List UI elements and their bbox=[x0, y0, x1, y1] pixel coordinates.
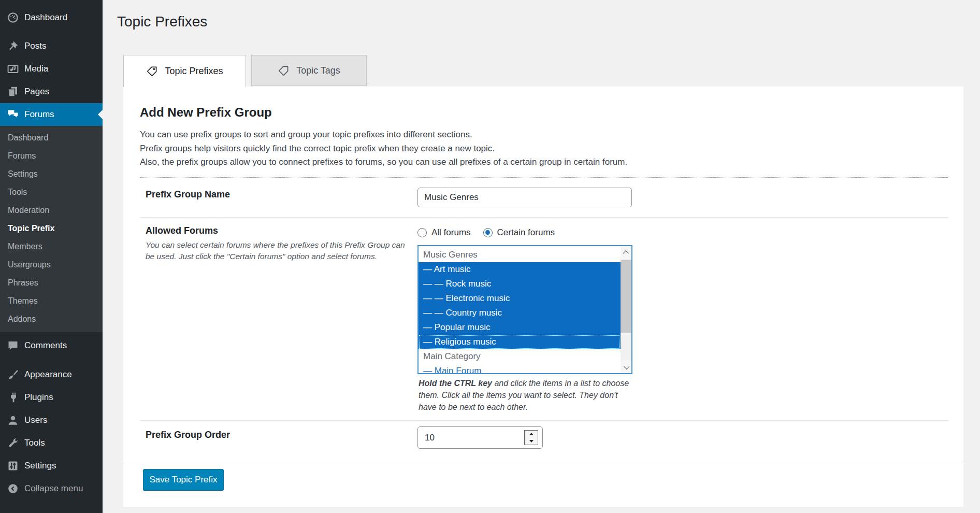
sidebar-item-label: Tools bbox=[24, 438, 45, 448]
sidebar-item-label: Comments bbox=[24, 340, 67, 351]
sidebar-subitem-dashboard[interactable]: Dashboard bbox=[0, 129, 103, 147]
chevron-up-icon bbox=[623, 250, 628, 256]
spinner-down-button[interactable] bbox=[525, 438, 538, 445]
scroll-up-button[interactable] bbox=[621, 246, 631, 259]
collapse-arrow-icon bbox=[7, 482, 19, 495]
dashboard-icon bbox=[7, 11, 19, 24]
radio-certain-forums[interactable]: Certain forums bbox=[483, 227, 555, 238]
sidebar-item-label: Appearance bbox=[24, 369, 72, 380]
sidebar-item-plugins[interactable]: Plugins bbox=[0, 386, 103, 409]
triangle-up-icon bbox=[529, 433, 534, 435]
dotted-separator bbox=[140, 177, 948, 178]
intro-text: You can use prefix groups to sort and gr… bbox=[140, 128, 627, 169]
allowed-forums-radios: All forums Certain forums bbox=[417, 227, 555, 238]
sidebar-item-collapse-menu[interactable]: Collapse menu bbox=[0, 477, 103, 500]
sidebar-subitem-addons[interactable]: Addons bbox=[0, 310, 103, 328]
spinner-up-button[interactable] bbox=[525, 431, 538, 438]
brush-icon bbox=[7, 368, 19, 381]
list-option[interactable]: — — Rock music bbox=[419, 277, 621, 291]
sidebar-item-label: Dashboard bbox=[24, 12, 67, 23]
menu-separator bbox=[0, 357, 103, 363]
media-icon bbox=[7, 63, 19, 75]
sidebar-item-forums[interactable]: Forums bbox=[0, 103, 103, 126]
sidebar-subitem-settings[interactable]: Settings bbox=[0, 165, 103, 183]
sidebar-item-label: Media bbox=[24, 64, 48, 74]
save-button-label: Save Topic Prefix bbox=[149, 475, 217, 485]
scrollbar-thumb[interactable] bbox=[621, 260, 631, 333]
ctrl-key-help: Hold the CTRL key and click the items in… bbox=[419, 377, 632, 413]
sidebar-item-settings[interactable]: Settings bbox=[0, 454, 103, 477]
sidebar-item-comments[interactable]: Comments bbox=[0, 334, 103, 357]
prefix-group-name-input[interactable] bbox=[417, 188, 632, 207]
sidebar-item-label: Plugins bbox=[24, 392, 53, 403]
sidebar-subitem-tools[interactable]: Tools bbox=[0, 183, 103, 201]
list-option[interactable]: — — Country music bbox=[419, 306, 621, 320]
pages-icon bbox=[7, 86, 19, 98]
row-separator bbox=[140, 217, 948, 218]
sidebar-item-label: Users bbox=[24, 415, 47, 425]
sidebar-item-label: Settings bbox=[24, 461, 56, 471]
radio-label: Certain forums bbox=[497, 227, 555, 238]
intro-line: Also, the prefix groups allow you to con… bbox=[140, 155, 627, 169]
tab-label: Topic Tags bbox=[296, 65, 340, 76]
plug-icon bbox=[7, 391, 19, 404]
pushpin-icon bbox=[7, 40, 19, 52]
sidebar-subitem-members[interactable]: Members bbox=[0, 237, 103, 255]
sidebar-item-label: Posts bbox=[24, 41, 47, 51]
list-option[interactable]: — Art music bbox=[419, 262, 621, 277]
sidebar-item-label: Pages bbox=[24, 87, 49, 97]
allowed-forums-help: You can select certain forums where the … bbox=[146, 239, 407, 262]
list-option[interactable]: — Religious music bbox=[419, 335, 621, 349]
radio-circle[interactable] bbox=[417, 228, 427, 237]
tag-icon bbox=[146, 65, 158, 77]
page-title: Topic Prefixes bbox=[117, 13, 207, 30]
sidebar-subitem-forums[interactable]: Forums bbox=[0, 147, 103, 165]
sidebar-item-tools[interactable]: Tools bbox=[0, 432, 103, 454]
row-separator bbox=[140, 420, 948, 421]
sidebar-subitem-usergroups[interactable]: Usergroups bbox=[0, 255, 103, 274]
radio-label: All forums bbox=[431, 227, 471, 238]
prefix-group-order-field bbox=[417, 426, 543, 449]
intro-line: Prefix groups help visitors quickly find… bbox=[140, 142, 627, 156]
sidebar-item-media[interactable]: Media bbox=[0, 58, 103, 80]
sidebar-item-appearance[interactable]: Appearance bbox=[0, 363, 103, 386]
menu-separator bbox=[0, 29, 103, 35]
sidebar-item-dashboard[interactable]: Dashboard bbox=[0, 6, 103, 29]
tab-topic-tags[interactable]: Topic Tags bbox=[251, 55, 367, 86]
prefix-group-order-label: Prefix Group Order bbox=[146, 430, 230, 440]
sidebar-subitem-topic-prefix[interactable]: Topic Prefix bbox=[0, 219, 103, 237]
sidebar-subitem-phrases[interactable]: Phrases bbox=[0, 274, 103, 292]
forums-multiselect[interactable]: Music Genres — Art music — — Rock music … bbox=[417, 245, 632, 374]
settings-icon bbox=[7, 460, 19, 472]
ctrl-key-help-bold: Hold the CTRL key bbox=[419, 379, 492, 388]
sidebar-item-pages[interactable]: Pages bbox=[0, 80, 103, 103]
sidebar-item-label: Forums bbox=[24, 109, 54, 120]
list-scrollbar[interactable] bbox=[621, 246, 631, 373]
list-option-group[interactable]: Music Genres bbox=[419, 248, 621, 262]
forums-submenu: Dashboard Forums Settings Tools Moderati… bbox=[0, 126, 103, 332]
triangle-down-icon bbox=[529, 440, 534, 443]
save-topic-prefix-button[interactable]: Save Topic Prefix bbox=[143, 469, 224, 490]
number-spinner[interactable] bbox=[524, 430, 538, 445]
sidebar-subitem-themes[interactable]: Themes bbox=[0, 292, 103, 310]
list-option-group[interactable]: Main Category bbox=[419, 349, 621, 364]
chevron-down-icon bbox=[624, 363, 629, 369]
tag-icon bbox=[278, 65, 290, 77]
sidebar-item-posts[interactable]: Posts bbox=[0, 35, 103, 58]
tab-topic-prefixes[interactable]: Topic Prefixes bbox=[123, 55, 246, 87]
footer-separator bbox=[123, 463, 963, 463]
sidebar-subitem-moderation[interactable]: Moderation bbox=[0, 201, 103, 219]
user-icon bbox=[7, 414, 19, 426]
radio-circle-checked[interactable] bbox=[483, 228, 493, 237]
screen: Dashboard Posts Media Pages Forums Dashb… bbox=[0, 0, 980, 513]
sidebar-item-label: Collapse menu bbox=[24, 483, 83, 494]
tab-bar: Topic Prefixes Topic Tags bbox=[123, 55, 367, 87]
scroll-down-button[interactable] bbox=[621, 360, 631, 373]
list-option[interactable]: — Main Forum bbox=[419, 364, 621, 374]
sidebar-item-users[interactable]: Users bbox=[0, 409, 103, 432]
list-option[interactable]: — Popular music bbox=[419, 320, 621, 335]
radio-all-forums[interactable]: All forums bbox=[417, 227, 471, 238]
allowed-forums-label: Allowed Forums bbox=[146, 225, 218, 236]
section-heading: Add New Prefix Group bbox=[140, 105, 272, 120]
list-option[interactable]: — — Electronic music bbox=[419, 291, 621, 306]
